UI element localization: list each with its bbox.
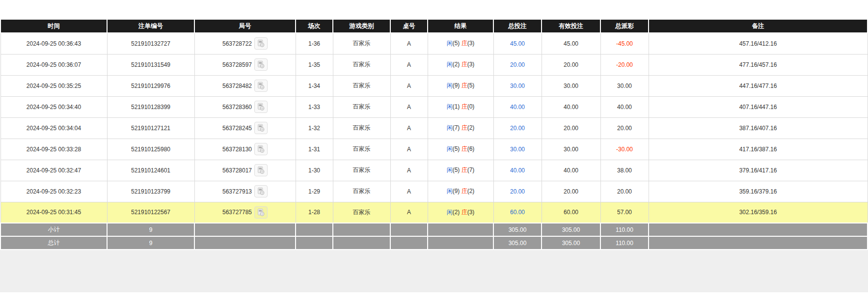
cell-payout: 40.00 [600, 96, 649, 117]
cell-time: 2024-09-25 00:34:40 [0, 96, 107, 117]
table-row[interactable]: 2024-09-25 00:35:25 521910129976 5637284… [0, 75, 868, 96]
cell-time: 2024-09-25 00:36:07 [0, 54, 107, 75]
cell-remark: 359.16/379.16 [649, 181, 868, 202]
cell-round-number: 563727913 [194, 181, 296, 202]
cell-total-bet[interactable]: 20.00 [493, 54, 542, 75]
cell-bet-number: 521910122567 [107, 202, 194, 223]
result-player-score: (5) [453, 167, 460, 173]
cell-bet-number: 521910125980 [107, 139, 194, 160]
result-player-label: 闲 [447, 124, 453, 131]
cell-time: 2024-09-25 00:36:43 [0, 33, 107, 54]
cell-time: 2024-09-25 00:31:45 [0, 202, 107, 223]
cell-table-id: A [390, 160, 428, 181]
table-row[interactable]: 2024-09-25 00:33:28 521910125980 5637281… [0, 139, 868, 160]
cell-bet-number: 521910123799 [107, 181, 194, 202]
round-number-text: 563728482 [222, 83, 252, 89]
table-row[interactable]: 2024-09-25 00:36:07 521910131549 5637285… [0, 54, 868, 75]
round-number-text: 563728360 [222, 104, 252, 111]
cell-result: 闲(9) 庄(2) [428, 181, 493, 202]
cell-valid-bet: 30.00 [542, 139, 600, 160]
video-replay-button[interactable] [254, 185, 268, 197]
cell-remark: 457.16/412.16 [649, 33, 868, 54]
cell-result: 闲(5) 庄(3) [428, 33, 493, 54]
cell-table-id: A [390, 33, 428, 54]
subtotal-count: 9 [107, 223, 194, 236]
video-replay-icon [257, 39, 265, 48]
cell-result: 闲(2) 庄(3) [428, 54, 493, 75]
result-banker-score: (6) [467, 145, 475, 152]
round-number-text: 563727785 [222, 209, 252, 216]
table-row[interactable]: 2024-09-25 00:36:43 521910132727 5637287… [0, 33, 868, 54]
cell-payout: 30.00 [600, 75, 649, 96]
table-row[interactable]: 2024-09-25 00:34:04 521910127121 5637282… [0, 117, 868, 139]
table-row[interactable]: 2024-09-25 00:32:47 521910124601 5637280… [0, 160, 868, 181]
cell-remark: 379.16/417.16 [649, 160, 868, 181]
column-header-remark: 备注 [649, 19, 868, 33]
column-header-total-payout: 总派彩 [600, 19, 649, 33]
content-background [0, 250, 868, 292]
result-player-label: 闲 [447, 103, 453, 110]
cell-table-id: A [390, 202, 428, 223]
table-row[interactable]: 2024-09-25 00:31:45 521910122567 5637277… [0, 202, 868, 223]
result-banker-label: 庄 [461, 145, 467, 152]
cell-valid-bet: 60.00 [542, 202, 600, 223]
column-header-time: 时间 [0, 19, 107, 33]
total-empty-session [296, 236, 333, 250]
cell-payout: -45.00 [600, 33, 649, 54]
cell-valid-bet: 20.00 [542, 54, 600, 75]
cell-payout: 38.00 [600, 160, 649, 181]
table-row[interactable]: 2024-09-25 00:32:23 521910123799 5637279… [0, 181, 868, 202]
cell-payout: 20.00 [600, 117, 649, 139]
cell-result: 闲(5) 庄(7) [428, 160, 493, 181]
video-replay-button[interactable] [254, 101, 268, 113]
cell-time: 2024-09-25 00:32:23 [0, 181, 107, 202]
cell-session: 1-29 [296, 181, 333, 202]
round-number-text: 563728130 [222, 146, 252, 153]
cell-total-bet[interactable]: 30.00 [493, 139, 542, 160]
table-row[interactable]: 2024-09-25 00:34:40 521910128399 5637283… [0, 96, 868, 117]
video-replay-button[interactable] [254, 58, 268, 71]
column-header-round-number: 局号 [194, 19, 296, 33]
result-player-score: (2) [453, 61, 460, 68]
cell-total-bet[interactable]: 30.00 [493, 75, 542, 96]
result-banker-score: (3) [467, 61, 475, 68]
total-total-bet: 305.00 [493, 236, 542, 250]
cell-bet-number: 521910129976 [107, 75, 194, 96]
video-replay-button[interactable] [254, 143, 268, 155]
video-replay-button[interactable] [254, 80, 268, 92]
header-row: 时间 注单编号 局号 场次 游戏类别 桌号 结果 总投注 有效投注 总派彩 备注 [0, 19, 868, 33]
cell-total-bet[interactable]: 40.00 [493, 160, 542, 181]
cell-session: 1-33 [296, 96, 333, 117]
video-replay-button[interactable] [254, 164, 268, 176]
cell-bet-number: 521910127121 [107, 117, 194, 139]
total-count: 9 [107, 236, 194, 250]
subtotal-total-bet: 305.00 [493, 223, 542, 236]
video-replay-button[interactable] [254, 37, 268, 50]
subtotal-empty-session [296, 223, 333, 236]
cell-round-number: 563728130 [194, 139, 296, 160]
result-player-score: (5) [453, 40, 460, 47]
round-number-text: 563727913 [222, 188, 252, 195]
cell-total-bet[interactable]: 45.00 [493, 33, 542, 54]
video-replay-icon [257, 145, 265, 153]
cell-bet-number: 521910131549 [107, 54, 194, 75]
cell-total-bet[interactable]: 20.00 [493, 181, 542, 202]
cell-bet-number: 521910128399 [107, 96, 194, 117]
bet-records-section: 时间 注单编号 局号 场次 游戏类别 桌号 结果 总投注 有效投注 总派彩 备注… [0, 0, 868, 250]
result-player-label: 闲 [447, 61, 453, 68]
cell-valid-bet: 45.00 [542, 33, 600, 54]
result-banker-score: (2) [467, 124, 475, 131]
table-header: 时间 注单编号 局号 场次 游戏类别 桌号 结果 总投注 有效投注 总派彩 备注 [0, 19, 868, 33]
cell-total-bet[interactable]: 60.00 [493, 202, 542, 223]
cell-remark: 417.16/387.16 [649, 139, 868, 160]
cell-total-bet[interactable]: 20.00 [493, 117, 542, 139]
cell-valid-bet: 40.00 [542, 96, 600, 117]
cell-round-number: 563728245 [194, 117, 296, 139]
video-replay-button[interactable] [254, 122, 268, 134]
result-banker-score: (0) [467, 103, 475, 110]
subtotal-valid-bet: 305.00 [542, 223, 600, 236]
cell-total-bet[interactable]: 40.00 [493, 96, 542, 117]
result-player-label: 闲 [447, 188, 453, 195]
video-replay-button[interactable] [254, 206, 268, 219]
cell-valid-bet: 20.00 [542, 117, 600, 139]
